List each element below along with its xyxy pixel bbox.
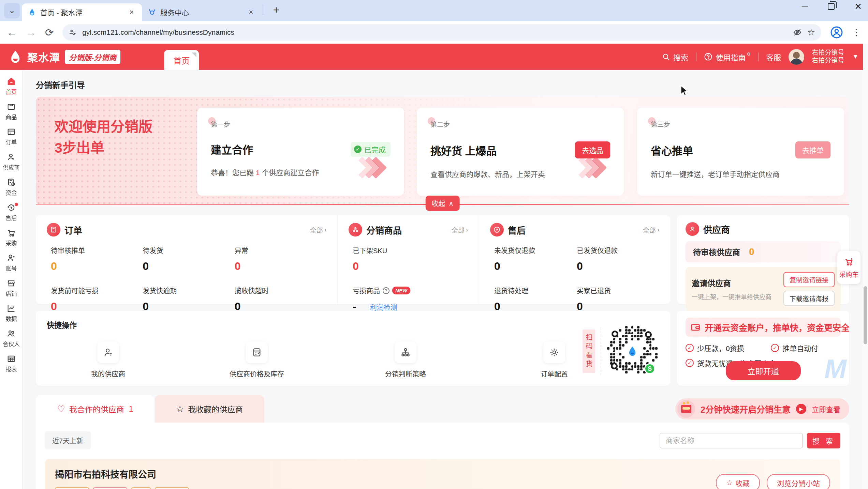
tab-cooperating-suppliers[interactable]: ♡ 我合作的供应商 1 [36,395,155,423]
merchant-name-input[interactable] [660,433,803,448]
sidebar-item-orders[interactable]: 订单 [0,125,22,148]
qr-divider [601,327,601,375]
supplier-list-panel: 近7天上新 搜 索 揭阳市右拍科技有限公司 在线支付 推广赚钱 VIP 处理售后 [36,423,849,489]
loss-products-item[interactable]: 亏损商品?NEW -利润检测 [353,286,468,313]
quick-start-promo[interactable]: 2分钟快速开启分销生意 ▶ 立即查看 [675,398,849,419]
step-number: 第二步 [430,119,450,128]
account-caret-icon[interactable]: ▼ [852,53,858,60]
sidebar-item-purchase[interactable]: 采购 [0,226,22,249]
browser-tabstrip: ⌄ 首页 - 聚水潭 × 服务中心 × + ─ ✕ [0,0,868,21]
url-text[interactable]: gyl.scm121.com/channel/my/businessDynami… [82,28,788,36]
help-icon[interactable]: ? [383,287,389,294]
app-header: 聚水潭 分销版-分销商 首页 搜索 使用指南 客服 右拍分销号 右拍分销号 ▼ [0,44,868,70]
stat-item[interactable]: 退货待处理0 [494,286,577,313]
sidebar-item-home[interactable]: 首页 [0,75,22,98]
sidebar-item-partners[interactable]: 合伙人 [0,327,22,350]
quick-action-order-config[interactable]: 订单配置 [527,341,582,379]
sidebar-item-reports[interactable]: 报表 [0,352,22,375]
sidebar: 首页 商品 订单 供应商 资金 售后 [0,70,23,489]
visit-station-button[interactable]: 浏览分销小站 [767,474,830,489]
bookmark-star-icon[interactable]: ☆ [807,27,815,38]
open-wallet-button[interactable]: 立即开通 [726,361,801,380]
suppliers-icon [686,222,699,236]
search-menu-item[interactable]: 搜索 [662,51,688,62]
reload-icon[interactable]: ⟳ [45,27,54,39]
edition-badge: 分销版-分销商 [65,50,120,64]
stat-item[interactable]: 已发货仅退款0 [577,245,659,273]
filter-chip-new-arrivals[interactable]: 近7天上新 [45,431,91,449]
nav-tab-home[interactable]: 首页 [164,50,199,70]
restore-button[interactable] [828,3,835,10]
aftersales-section: 售后 全部› 未发货仅退款0 已发货仅退款0 退货待处理0 买家已退货0 [479,215,670,304]
stat-item[interactable]: 异常0 [235,245,326,273]
stat-item[interactable]: 待审核推单0 [51,245,143,273]
user-avatar[interactable] [789,49,804,65]
sidebar-item-account[interactable]: 账号 [0,251,22,274]
section-title: 订单 [64,224,82,236]
stats-card: 订单 全部› 待审核推单0 待发货0 异常0 发货前可能亏损0 发货快逾期0 揽… [36,215,670,304]
stat-item[interactable]: 待发货0 [143,245,234,273]
tab-favorite-suppliers[interactable]: ☆ 我收藏的供应商 [155,395,264,423]
go-push-order-button[interactable]: 去推单 [795,141,830,158]
scrollbar-thumb[interactable] [864,286,867,344]
page-scrollbar[interactable] [863,44,868,489]
stat-item[interactable]: 买家已退货0 [577,286,659,313]
appbar-actions: 搜索 使用指南 客服 右拍分销号 右拍分销号 ▼ [662,49,858,65]
back-icon[interactable]: ← [7,27,17,38]
sidebar-item-data[interactable]: 数据 [0,302,22,325]
quick-action-distribution-strategy[interactable]: 分销判断策略 [378,341,433,379]
stat-item[interactable]: 揽收快超时0 [235,286,326,313]
tab-close-icon[interactable]: × [127,7,136,17]
address-bar[interactable]: gyl.scm121.com/channel/my/businessDynami… [62,24,821,41]
site-settings-icon[interactable] [69,28,77,36]
minimize-button[interactable]: ─ [802,2,808,11]
customer-service-menu-item[interactable]: 客服 [766,51,781,62]
my-suppliers-icon [97,341,119,363]
stat-item[interactable]: 发货快逾期0 [143,286,234,313]
sidebar-item-suppliers[interactable]: 供应商 [0,150,22,173]
sidebar-item-funds[interactable]: 资金 [0,175,22,199]
tab-close-icon[interactable]: × [246,7,256,17]
tab-search-button[interactable]: ⌄ [4,3,20,18]
stat-item[interactable]: 已下架SKU0 [353,245,468,273]
sidebar-item-products[interactable]: 商品 [0,100,22,123]
browser-tab-home[interactable]: 首页 - 聚水潭 × [22,3,142,21]
products-all-link[interactable]: 全部› [452,225,468,234]
aftersales-all-link[interactable]: 全部› [643,225,659,234]
privacy-eye-icon[interactable] [793,28,802,37]
benefit-item: ✓少压款，0资损 [686,343,771,353]
pending-suppliers-box[interactable]: 待审核供应商 0 [686,241,841,262]
close-window-button[interactable]: ✕ [854,2,862,11]
sidebar-item-shops[interactable]: 店铺 [0,276,22,300]
search-button[interactable]: 搜 索 [807,433,840,448]
stat-item[interactable]: 发货前可能亏损0 [51,286,143,313]
browser-profile-icon[interactable] [830,26,843,39]
orders-all-link[interactable]: 全部› [310,225,326,234]
browser-menu-icon[interactable]: ⋮ [852,27,861,38]
sidebar-item-aftersales[interactable]: 售后 [0,201,22,224]
collapse-button[interactable]: 收起 ∧ [425,196,460,211]
quick-action-supplier-prices[interactable]: 供应商价格及库存 [230,341,284,379]
browser-toolbar: ← → ⟳ gyl.scm121.com/channel/my/business… [0,21,868,44]
tab-title: 首页 - 聚水潭 [40,7,123,17]
copy-invite-link-button[interactable]: 复制邀请链接 [783,272,835,287]
stat-item[interactable]: 未发货仅退款0 [494,245,577,273]
supplier-company-card[interactable]: 揭阳市右拍科技有限公司 在线支付 推广赚钱 VIP 处理售后 ☆收藏 浏览分销小… [45,459,840,489]
browser-tab-service[interactable]: 服务中心 × [142,3,261,21]
quick-action-my-suppliers[interactable]: 我的供应商 [81,341,135,379]
step-description: 新订单一键推送，老订单手动指定供应商 [651,169,830,179]
benefit-item: ✓推单自动付 [771,343,841,353]
forward-icon[interactable]: → [26,27,36,38]
download-invite-poster-button[interactable]: 下载邀请海报 [783,291,835,306]
collect-button[interactable]: ☆收藏 [716,474,760,489]
tab-divider [263,5,263,15]
purchase-cart-float-button[interactable]: 采购车 [837,251,860,284]
go-pick-products-button[interactable]: 去选品 [575,141,610,158]
guide-menu-item[interactable]: 使用指南 [704,51,750,62]
view-now-link[interactable]: 立即查看 [812,404,840,414]
wallet-promo-header: 开通云资金账户，推单快，资金更安全 [686,318,841,337]
new-tab-button[interactable]: + [269,4,283,16]
strategy-icon [395,341,416,363]
qr-code-wrap: S [607,326,658,377]
account-name[interactable]: 右拍分销号 右拍分销号 [812,49,844,65]
